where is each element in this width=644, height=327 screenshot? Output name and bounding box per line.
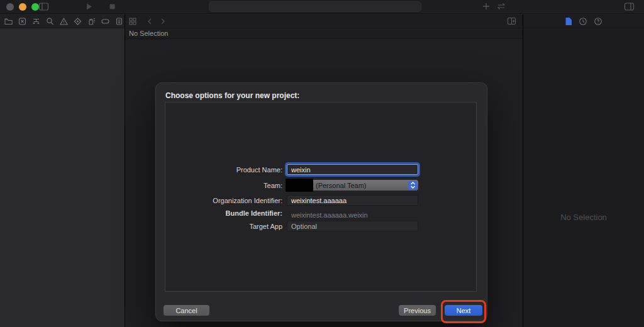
editor-tab-bar [125,14,523,28]
close-window-button[interactable] [6,3,14,11]
navigator-sidebar [0,28,125,327]
chevron-forward-icon[interactable] [160,18,166,25]
find-navigator-icon[interactable] [45,17,55,26]
organization-identifier-label: Organization Identifier: [156,197,282,204]
team-value: (Personal Team) [316,182,367,189]
team-label: Team: [156,182,282,189]
symbol-navigator-icon[interactable] [31,17,41,26]
toolbar-strip [0,14,644,28]
project-navigator-icon[interactable] [4,17,13,26]
editor-swap-icon[interactable] [496,2,506,11]
bundle-identifier-label: Bundle Identifier: [156,209,282,217]
sidebar-toggle-icon[interactable] [38,2,49,11]
jump-bar[interactable]: No Selection [125,28,523,39]
target-app-field[interactable]: Optional [287,221,418,231]
product-name-label: Product Name: [156,166,282,174]
new-project-options-dialog: Choose options for your new project: Pro… [155,82,487,321]
inspector-empty-text: No Selection [560,213,607,222]
inspector-tab-bar [523,14,644,28]
debug-navigator-icon[interactable] [87,17,96,26]
inspector-panel: No Selection [523,28,644,327]
traffic-lights [6,3,39,11]
stop-icon[interactable] [108,3,116,11]
popup-stepper-icon [408,180,417,190]
navigator-tab-bar [0,14,125,28]
history-inspector-icon[interactable] [579,17,587,26]
next-button[interactable]: Next [445,305,482,316]
inspector-toggle-icon[interactable] [624,2,635,11]
report-navigator-icon[interactable] [114,17,124,26]
redaction-overlay [286,179,313,192]
related-items-grid-icon[interactable] [128,17,137,26]
bundle-identifier-value: weixintest.aaaaaa.weixin [287,211,368,219]
product-name-value: weixin [291,166,311,174]
file-inspector-icon[interactable] [565,17,572,26]
add-editor-icon[interactable] [507,17,516,25]
target-app-placeholder: Optional [291,223,317,230]
play-icon[interactable] [85,3,93,11]
bundle-identifier-row: Bundle Identifier: weixintest.aaaaaa.wei… [156,209,487,217]
organization-identifier-field[interactable]: weixintest.aaaaaa [287,195,418,206]
organization-identifier-row: Organization Identifier: weixintest.aaaa… [156,195,487,206]
product-name-field[interactable]: weixin [287,164,418,175]
jump-bar-text[interactable]: No Selection [129,30,168,37]
team-row: Team: (Personal Team) [156,180,487,191]
target-app-label: Target App [156,223,282,230]
test-navigator-icon[interactable] [73,17,82,26]
team-popup[interactable]: (Personal Team) [287,180,418,191]
target-app-row: Target App Optional [156,221,487,231]
previous-button[interactable]: Previous [399,305,436,316]
chevron-back-icon[interactable] [147,18,153,25]
source-control-icon[interactable] [18,17,27,26]
dialog-title: Choose options for your new project: [165,91,299,100]
cancel-button[interactable]: Cancel [164,305,209,316]
breakpoint-navigator-icon[interactable] [101,17,110,26]
plus-icon[interactable] [482,2,491,11]
issue-navigator-icon[interactable] [59,17,69,26]
title-bar [0,0,644,14]
activity-viewer [209,1,421,12]
organization-identifier-value: weixintest.aaaaaa [291,197,347,204]
quick-help-icon[interactable] [594,17,602,26]
product-name-row: Product Name: weixin [156,164,487,175]
minimize-window-button[interactable] [19,3,26,11]
